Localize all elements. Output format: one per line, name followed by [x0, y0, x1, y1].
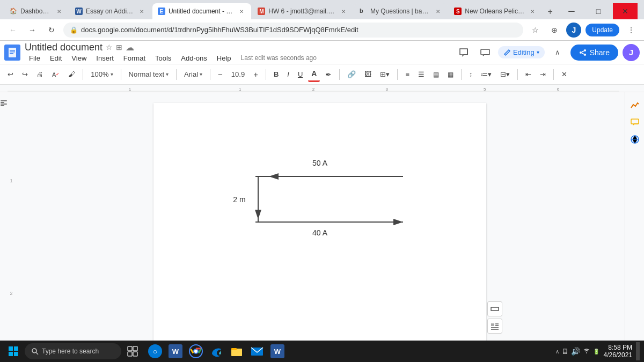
expand-icon-button[interactable]: ∧: [549, 44, 566, 61]
show-desktop-button[interactable]: [636, 342, 640, 360]
menu-tools[interactable]: Tools: [151, 53, 175, 63]
spellcheck-button[interactable]: A✓: [49, 67, 63, 82]
text-color-button[interactable]: A: [308, 67, 320, 82]
tab-close-bartleby[interactable]: ✕: [434, 7, 442, 16]
maximize-button[interactable]: □: [586, 3, 611, 19]
tab-close-hw6[interactable]: ✕: [339, 7, 348, 16]
bold-button[interactable]: B: [270, 67, 282, 82]
underline-button[interactable]: U: [295, 67, 306, 82]
mail-icon[interactable]: [248, 342, 266, 360]
editing-mode-button[interactable]: Editing ▾: [498, 46, 545, 58]
paint-format-button[interactable]: 🖌: [65, 67, 78, 82]
align-justify-button[interactable]: ▦: [444, 67, 457, 82]
share-button[interactable]: Share: [570, 45, 618, 61]
tray-up-arrow[interactable]: ∧: [555, 349, 559, 354]
start-button[interactable]: [4, 342, 23, 360]
physics-diagram[interactable]: 50 A: [199, 152, 441, 249]
bookmark-button[interactable]: ☆: [528, 23, 543, 38]
menu-insert[interactable]: Insert: [92, 53, 118, 63]
align-center-button[interactable]: ☰: [415, 67, 428, 82]
more-button[interactable]: ⋮: [624, 23, 639, 38]
menu-view[interactable]: View: [67, 53, 91, 63]
tab-close-essay[interactable]: ✕: [137, 7, 146, 16]
tray-speaker-icon[interactable]: 🔊: [571, 347, 580, 356]
line-spacing-button[interactable]: ↕: [466, 67, 475, 82]
tab-dashboard[interactable]: 🏠 Dashboard ✕: [4, 3, 69, 19]
align-left-button[interactable]: ≡: [402, 67, 413, 82]
diagram-wrapper[interactable]: 50 A: [192, 152, 448, 249]
list-button[interactable]: ≔▾: [478, 67, 495, 82]
tab-close-pelicans[interactable]: ✕: [528, 7, 537, 16]
comments-sidebar-button[interactable]: [627, 115, 642, 130]
outline-icon[interactable]: [0, 99, 8, 107]
user-avatar[interactable]: J: [623, 44, 640, 61]
word-taskbar-icon[interactable]: W: [268, 342, 287, 360]
clear-format-button[interactable]: ✕: [558, 67, 570, 82]
table-button[interactable]: ⊞▾: [377, 67, 393, 82]
menu-file[interactable]: File: [25, 53, 45, 63]
svg-text:5: 5: [484, 87, 486, 92]
doc-area[interactable]: 50 A: [15, 92, 625, 356]
image-inline-button[interactable]: [487, 301, 502, 316]
links-sidebar-button[interactable]: [627, 132, 642, 147]
forward-button[interactable]: →: [25, 23, 40, 38]
zoom-dropdown[interactable]: 100% ▾: [87, 67, 116, 82]
decrease-indent-button[interactable]: ⇤: [522, 67, 535, 82]
print-button[interactable]: 🖨: [33, 67, 47, 82]
task-view-button[interactable]: [123, 342, 142, 360]
tab-untitled[interactable]: E Untitled document - Goog ✕: [152, 3, 251, 19]
account-button[interactable]: J: [566, 23, 581, 38]
back-button[interactable]: ←: [5, 23, 20, 38]
docs-menu: File Edit View Insert Format Tools Add-o…: [25, 53, 451, 63]
font-decrease-button[interactable]: −: [215, 67, 226, 82]
menu-edit[interactable]: Edit: [46, 53, 66, 63]
ruler-content: 1 1 2 3 5 6: [8, 85, 619, 92]
menu-format[interactable]: Format: [119, 53, 150, 63]
chat-icon-button[interactable]: [455, 44, 472, 61]
files-icon[interactable]: [228, 342, 246, 360]
cortana-icon[interactable]: ○: [146, 342, 164, 360]
align-right-button[interactable]: ▤: [430, 67, 442, 82]
highlight-button[interactable]: ✒: [322, 67, 335, 82]
increase-indent-button[interactable]: ⇥: [537, 67, 549, 82]
document-title[interactable]: Untitled document: [25, 42, 103, 53]
folder-icon[interactable]: ⊞: [116, 43, 122, 51]
analytics-button[interactable]: [627, 98, 642, 113]
style-dropdown[interactable]: Normal text ▾: [126, 67, 172, 82]
tab-essay[interactable]: W Essay on Addiction ✕: [70, 3, 151, 19]
menu-help[interactable]: Help: [213, 53, 236, 63]
close-button[interactable]: ✕: [613, 3, 638, 19]
image-wrap-button[interactable]: [487, 319, 502, 334]
font-size-input[interactable]: 10.9: [228, 67, 248, 82]
redo-button[interactable]: ↪: [19, 67, 31, 82]
address-input[interactable]: 🔒 docs.google.com/document/d/1trdhrnPyg5…: [63, 23, 523, 38]
minimize-button[interactable]: ─: [559, 3, 584, 19]
font-dropdown[interactable]: Arial ▾: [181, 67, 206, 82]
comments-icon-button[interactable]: [477, 44, 494, 61]
italic-button[interactable]: I: [284, 67, 292, 82]
new-tab-button[interactable]: +: [543, 4, 557, 19]
extension-button[interactable]: ⊕: [547, 23, 562, 38]
ordered-list-button[interactable]: ⊟▾: [497, 67, 513, 82]
star-icon[interactable]: ☆: [106, 43, 113, 51]
tab-bartleby[interactable]: b My Questions | bartleby ✕: [354, 3, 448, 19]
tab-close-dashboard[interactable]: ✕: [55, 7, 63, 16]
tab-hw6[interactable]: M HW 6 - jmott3@mail.niaga ✕: [252, 3, 353, 19]
link-button[interactable]: 🔗: [344, 67, 359, 82]
taskbar-time[interactable]: 8:58 PM 4/26/2021: [604, 344, 632, 359]
taskbar-search[interactable]: Type here to search: [25, 343, 121, 359]
refresh-button[interactable]: ↻: [44, 23, 59, 38]
image-button[interactable]: 🖼: [361, 67, 375, 82]
font-increase-button[interactable]: +: [250, 67, 261, 82]
svg-rect-35: [9, 346, 13, 351]
update-button[interactable]: Update: [586, 24, 619, 36]
cloud-icon[interactable]: ☁: [126, 42, 134, 53]
chrome-icon[interactable]: [187, 342, 205, 360]
word-icon[interactable]: W: [166, 342, 185, 360]
tab-pelicans[interactable]: S New Orleans Pelicans - ✕: [449, 3, 542, 19]
menu-addons[interactable]: Add-ons: [177, 53, 211, 63]
edge-icon[interactable]: [207, 342, 225, 360]
tab-close-untitled[interactable]: ✕: [237, 7, 246, 16]
undo-button[interactable]: ↩: [4, 67, 17, 82]
taskbar-search-text: Type here to search: [42, 348, 99, 355]
